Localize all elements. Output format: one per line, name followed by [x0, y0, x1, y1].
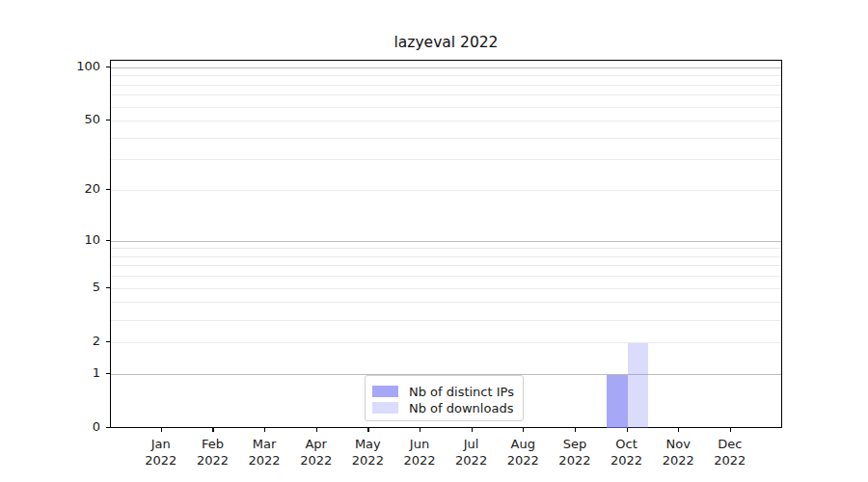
y-tick-label: 0 — [42, 419, 100, 435]
legend: Nb of distinct IPsNb of downloads — [365, 375, 524, 421]
x-tick-label: Aug 2022 — [496, 436, 550, 469]
gridline-minor — [111, 256, 781, 257]
x-tick-mark — [678, 428, 679, 432]
legend-item: Nb of distinct IPs — [372, 384, 523, 399]
y-tick-label: 20 — [42, 181, 100, 197]
plot-area — [110, 60, 782, 428]
y-tick-label: 5 — [42, 280, 100, 295]
legend-swatch — [372, 386, 398, 397]
bar-nb-of-distinct-ips — [607, 375, 628, 428]
x-tick-mark — [212, 428, 213, 432]
gridline-minor — [111, 265, 781, 266]
gridline-minor — [111, 248, 781, 249]
x-tick-label: Jun 2022 — [393, 436, 447, 469]
x-tick-label: Oct 2022 — [600, 436, 654, 469]
gridline-minor — [111, 288, 781, 289]
gridline-minor — [111, 342, 781, 343]
x-tick-mark — [730, 428, 731, 432]
y-tick-mark — [106, 189, 110, 190]
legend-swatch — [372, 402, 398, 414]
y-tick-mark — [106, 120, 110, 120]
x-tick-mark — [161, 428, 162, 432]
y-tick-label: 50 — [42, 112, 100, 127]
y-tick-label: 2 — [42, 334, 100, 349]
gridline-minor — [111, 85, 781, 86]
gridline-major — [111, 241, 781, 242]
chart-title: lazyeval 2022 — [110, 34, 782, 53]
x-tick-label: Jul 2022 — [445, 436, 499, 469]
x-tick-mark — [367, 428, 368, 432]
x-tick-label: Dec 2022 — [703, 436, 757, 469]
y-tick-mark — [106, 341, 110, 342]
y-tick-mark — [106, 427, 110, 428]
y-tick-label: 1 — [42, 365, 100, 381]
gridline-minor — [111, 107, 781, 108]
gridline-minor — [111, 159, 781, 160]
x-tick-mark — [316, 428, 317, 432]
bar-nb-of-downloads — [628, 343, 649, 428]
gridline-minor — [111, 276, 781, 277]
gridline-minor — [111, 94, 781, 95]
gridline-minor — [111, 75, 781, 76]
y-tick-label: 10 — [42, 232, 100, 248]
x-tick-mark — [575, 428, 576, 432]
x-tick-mark — [472, 428, 473, 432]
legend-label: Nb of downloads — [409, 401, 513, 415]
gridline-major — [111, 67, 781, 68]
x-tick-label: Feb 2022 — [185, 436, 239, 469]
x-tick-label: Apr 2022 — [289, 436, 343, 469]
x-tick-label: Nov 2022 — [651, 436, 705, 469]
y-tick-label: 100 — [42, 59, 100, 74]
gridline-minor — [111, 320, 781, 321]
y-tick-mark — [106, 287, 110, 288]
gridline-minor — [111, 138, 781, 139]
x-tick-mark — [264, 428, 265, 432]
x-tick-label: Mar 2022 — [237, 436, 291, 469]
x-tick-mark — [627, 428, 628, 432]
x-tick-label: May 2022 — [340, 436, 394, 469]
gridline-minor — [111, 190, 781, 191]
x-tick-label: Jan 2022 — [134, 436, 188, 469]
y-tick-mark — [106, 240, 110, 241]
x-tick-label: Sep 2022 — [548, 436, 602, 469]
x-tick-mark — [523, 428, 524, 432]
gridline-minor — [111, 302, 781, 303]
y-tick-mark — [106, 373, 110, 374]
y-tick-mark — [106, 67, 110, 67]
figure: lazyeval 2022 0125102050100Jan 2022Feb 2… — [0, 0, 868, 482]
x-tick-mark — [420, 428, 420, 432]
legend-item: Nb of downloads — [372, 400, 523, 415]
legend-label: Nb of distinct IPs — [409, 385, 514, 399]
gridline-minor — [111, 120, 781, 121]
